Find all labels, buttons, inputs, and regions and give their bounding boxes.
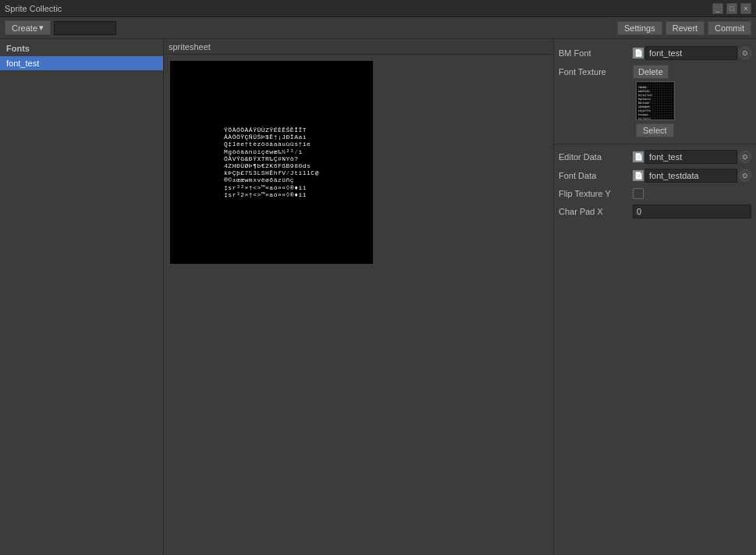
font-preview: ŸÖÀÔÖÀÁŸÜÙZŸÉÈÊŠÊÎÎT ÁÀÔÖŸÇÑÜŠÞ$Ê†¡JÐÌAa… [170, 61, 373, 264]
font-data-field[interactable]: font_testdata [645, 169, 737, 183]
left-panel: Fonts font_test [0, 39, 164, 555]
svg-rect-0 [637, 82, 674, 119]
svg-text:Q‡lèe†tèzö: Q‡lèe†tèzö [638, 94, 652, 97]
editor-data-value-area: 📄 font_test ⊙ [633, 150, 751, 164]
flip-texture-y-label: Flip Texture Y [559, 189, 633, 198]
editor-data-file-icon: 📄 [633, 151, 644, 162]
maximize-button[interactable]: □ [726, 3, 737, 14]
bm-font-label: BM Font [559, 48, 633, 58]
svg-text:4ZHÐÙØÞ¶: 4ZHÐÙØÞ¶ [638, 105, 650, 109]
svg-text:®©±œæwm: ®©±œæwm [638, 113, 648, 116]
bm-font-row: BM Font 📄 font_test ⊙ [554, 44, 756, 62]
flip-texture-y-checkbox-area [633, 188, 644, 199]
search-input[interactable] [54, 21, 116, 35]
main-layout: Fonts font_test spritesheet ŸÖÀÔÖÀÁŸÜÙZŸ… [0, 39, 756, 555]
commit-button[interactable]: Commit [708, 21, 751, 35]
texture-thumb-inner: ŸÖÀÔÖÀ ÁÀÔÖŸÇÑü Q‡lèe†tèzö Mgöóàànüi ÖÀV… [637, 82, 674, 119]
font-data-value-area: 📄 font_testdata ⊙ [633, 169, 751, 183]
sprite-canvas: ŸÖÀÔÖÀÁŸÜÙZŸÉÈÊŠÊÎÎT ÁÀÔÖŸÇÑÜŠÞ$Ê†¡JÐÌAa… [164, 55, 553, 270]
bm-font-options-button[interactable]: ⊙ [739, 47, 751, 59]
delete-button[interactable]: Delete [633, 65, 669, 79]
bm-font-field[interactable]: font_test [645, 46, 737, 60]
create-button[interactable]: Create ▾ [5, 20, 51, 35]
svg-text:ÁÀÔÖŸÇÑü: ÁÀÔÖŸÇÑü [638, 90, 650, 93]
texture-preview-section: ŸÖÀÔÖÀ ÁÀÔÖŸÇÑü Q‡lèe†tèzö Mgöóàànüi ÖÀV… [554, 81, 756, 141]
toolbar-left: Create ▾ [5, 20, 116, 35]
svg-text:kÞÇþ£753L: kÞÇþ£753L [638, 109, 651, 112]
font-texture-label: Font Texture [559, 67, 633, 76]
font-data-row: Font Data 📄 font_testdata ⊙ [554, 166, 756, 185]
spritesheet-label: spritesheet [169, 42, 211, 52]
right-panel: BM Font 📄 font_test ⊙ Font Texture Delet… [553, 39, 756, 555]
font-data-file-icon: 📄 [633, 170, 644, 181]
texture-thumbnail: ŸÖÀÔÖÀ ÁÀÔÖŸÇÑü Q‡lèe†tèzö Mgöóàànüi ÖÀV… [636, 81, 675, 120]
char-pad-x-label: Char Pad X [559, 207, 633, 216]
editor-data-options-button[interactable]: ⊙ [739, 151, 751, 163]
select-button[interactable]: Select [636, 123, 674, 137]
title-bar: Sprite Collectic _ □ × [0, 0, 756, 17]
char-pad-x-value-area: 0 [633, 205, 751, 219]
font-preview-text: ŸÖÀÔÖÀÁŸÜÙZŸÉÈÊŠÊÎÎT ÁÀÔÖŸÇÑÜŠÞ$Ê†¡JÐÌAa… [221, 123, 322, 201]
flip-texture-y-value-area [633, 188, 751, 199]
flip-texture-y-checkbox[interactable] [633, 188, 644, 199]
svg-text:ŸÖÀÔÖÀ: ŸÖÀÔÖÀ [638, 86, 647, 89]
toolbar: Create ▾ Settings Revert Commit [0, 17, 756, 39]
svg-text:ÖÀVÝG&ÐŸ: ÖÀVÝG&ÐŸ [638, 101, 650, 105]
toolbar-right: Settings Revert Commit [617, 21, 751, 35]
settings-button[interactable]: Settings [617, 21, 662, 35]
fonts-section-header: Fonts [0, 39, 163, 56]
svg-text:Mgöóàànüi: Mgöóàànüi [638, 98, 651, 101]
font-data-options-button[interactable]: ⊙ [739, 169, 751, 182]
bm-font-value-area: 📄 font_test ⊙ [633, 46, 751, 60]
editor-data-row: Editor Data 📄 font_test ⊙ [554, 148, 756, 166]
spritesheet-bar: spritesheet [164, 39, 553, 55]
bm-font-file-icon: 📄 [633, 48, 644, 59]
window-title: Sprite Collectic [5, 4, 62, 13]
char-pad-x-row: Char Pad X 0 [554, 202, 756, 221]
list-item-font-test[interactable]: font_test [0, 56, 163, 70]
title-bar-left: Sprite Collectic [5, 4, 62, 13]
editor-data-label: Editor Data [559, 152, 633, 162]
close-button[interactable]: × [740, 3, 751, 14]
editor-data-field[interactable]: font_test [645, 150, 737, 164]
title-bar-controls: _ □ × [712, 3, 751, 14]
minimize-button[interactable]: _ [712, 3, 723, 14]
revert-button[interactable]: Revert [665, 21, 705, 35]
center-panel: spritesheet ŸÖÀÔÖÀÁŸÜÙZŸÉÈÊŠÊÎÎT ÁÀÔÖŸÇÑ… [164, 39, 553, 555]
svg-text:‡sr³2×†<>: ‡sr³2×†<> [638, 117, 651, 119]
char-pad-x-field[interactable]: 0 [633, 205, 751, 219]
font-data-label: Font Data [559, 171, 633, 180]
font-texture-value-area: Delete [633, 65, 751, 79]
separator-1 [554, 144, 756, 144]
flip-texture-y-row: Flip Texture Y [554, 185, 756, 202]
font-texture-row: Font Texture Delete [554, 62, 756, 81]
texture-preview-svg: ŸÖÀÔÖÀ ÁÀÔÖŸÇÑü Q‡lèe†tèzö Mgöóàànüi ÖÀV… [637, 82, 674, 119]
